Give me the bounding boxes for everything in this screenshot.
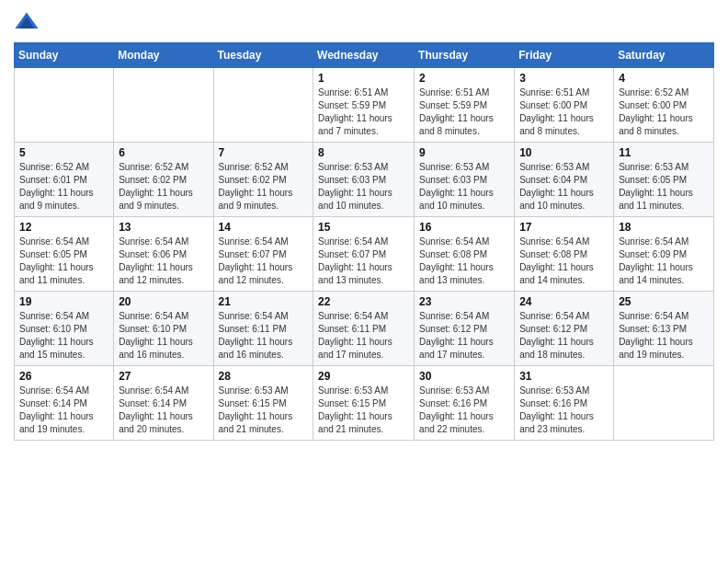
day-info: Sunrise: 6:52 AMSunset: 6:02 PMDaylight:… xyxy=(219,161,309,213)
day-info: Sunrise: 6:53 AMSunset: 6:15 PMDaylight:… xyxy=(219,385,309,436)
calendar-table: SundayMondayTuesdayWednesdayThursdayFrid… xyxy=(14,42,714,441)
day-info: Sunrise: 6:54 AMSunset: 6:11 PMDaylight:… xyxy=(318,310,409,362)
calendar-cell: 5Sunrise: 6:52 AMSunset: 6:01 PMDaylight… xyxy=(15,143,114,217)
day-info: Sunrise: 6:54 AMSunset: 6:10 PMDaylight:… xyxy=(119,310,208,362)
day-number: 15 xyxy=(318,221,409,234)
calendar-week-4: 19Sunrise: 6:54 AMSunset: 6:10 PMDayligh… xyxy=(15,292,714,366)
calendar-cell: 6Sunrise: 6:52 AMSunset: 6:02 PMDaylight… xyxy=(114,143,213,217)
day-header-thursday: Thursday xyxy=(415,43,515,68)
calendar-cell: 8Sunrise: 6:53 AMSunset: 6:03 PMDaylight… xyxy=(313,143,415,217)
day-number: 23 xyxy=(419,295,509,308)
day-info: Sunrise: 6:52 AMSunset: 6:02 PMDaylight:… xyxy=(119,161,208,213)
day-number: 24 xyxy=(519,295,609,308)
calendar-cell: 28Sunrise: 6:53 AMSunset: 6:15 PMDayligh… xyxy=(213,366,313,441)
calendar-cell xyxy=(114,68,213,143)
calendar-cell: 22Sunrise: 6:54 AMSunset: 6:11 PMDayligh… xyxy=(313,292,415,366)
day-number: 3 xyxy=(519,72,609,85)
day-number: 14 xyxy=(219,221,309,234)
calendar-cell: 16Sunrise: 6:54 AMSunset: 6:08 PMDayligh… xyxy=(415,217,515,292)
day-number: 29 xyxy=(318,370,409,383)
calendar-cell: 23Sunrise: 6:54 AMSunset: 6:12 PMDayligh… xyxy=(415,292,515,366)
day-info: Sunrise: 6:53 AMSunset: 6:03 PMDaylight:… xyxy=(318,161,409,213)
calendar-week-2: 5Sunrise: 6:52 AMSunset: 6:01 PMDaylight… xyxy=(15,143,714,217)
day-number: 25 xyxy=(619,295,709,308)
calendar-cell: 30Sunrise: 6:53 AMSunset: 6:16 PMDayligh… xyxy=(415,366,515,441)
day-header-monday: Monday xyxy=(114,43,213,68)
day-info: Sunrise: 6:54 AMSunset: 6:09 PMDaylight:… xyxy=(619,236,709,287)
day-info: Sunrise: 6:51 AMSunset: 5:59 PMDaylight:… xyxy=(419,86,509,138)
day-number: 30 xyxy=(419,370,509,383)
calendar-cell: 21Sunrise: 6:54 AMSunset: 6:11 PMDayligh… xyxy=(213,292,313,366)
calendar-week-1: 1Sunrise: 6:51 AMSunset: 5:59 PMDaylight… xyxy=(15,68,714,143)
calendar-cell: 18Sunrise: 6:54 AMSunset: 6:09 PMDayligh… xyxy=(614,217,714,292)
day-info: Sunrise: 6:54 AMSunset: 6:12 PMDaylight:… xyxy=(519,310,609,362)
day-info: Sunrise: 6:53 AMSunset: 6:15 PMDaylight:… xyxy=(318,385,409,436)
calendar-week-3: 12Sunrise: 6:54 AMSunset: 6:05 PMDayligh… xyxy=(15,217,714,292)
day-info: Sunrise: 6:51 AMSunset: 5:59 PMDaylight:… xyxy=(318,86,409,138)
day-info: Sunrise: 6:52 AMSunset: 6:01 PMDaylight:… xyxy=(19,161,108,213)
day-number: 20 xyxy=(119,295,208,308)
calendar-cell: 11Sunrise: 6:53 AMSunset: 6:05 PMDayligh… xyxy=(614,143,714,217)
calendar-cell: 14Sunrise: 6:54 AMSunset: 6:07 PMDayligh… xyxy=(213,217,313,292)
calendar-cell: 25Sunrise: 6:54 AMSunset: 6:13 PMDayligh… xyxy=(614,292,714,366)
page-header xyxy=(14,9,714,35)
day-number: 22 xyxy=(318,295,409,308)
day-number: 28 xyxy=(219,370,309,383)
calendar-cell: 9Sunrise: 6:53 AMSunset: 6:03 PMDaylight… xyxy=(415,143,515,217)
calendar-cell: 26Sunrise: 6:54 AMSunset: 6:14 PMDayligh… xyxy=(15,366,114,441)
day-info: Sunrise: 6:54 AMSunset: 6:08 PMDaylight:… xyxy=(419,236,509,287)
calendar-week-5: 26Sunrise: 6:54 AMSunset: 6:14 PMDayligh… xyxy=(15,366,714,441)
day-info: Sunrise: 6:54 AMSunset: 6:14 PMDaylight:… xyxy=(19,385,108,436)
day-info: Sunrise: 6:54 AMSunset: 6:11 PMDaylight:… xyxy=(219,310,309,362)
day-header-sunday: Sunday xyxy=(15,43,114,68)
calendar-cell: 24Sunrise: 6:54 AMSunset: 6:12 PMDayligh… xyxy=(515,292,614,366)
day-number: 17 xyxy=(519,221,609,234)
day-header-friday: Friday xyxy=(515,43,614,68)
calendar-cell: 1Sunrise: 6:51 AMSunset: 5:59 PMDaylight… xyxy=(313,68,415,143)
day-header-wednesday: Wednesday xyxy=(313,43,415,68)
day-number: 2 xyxy=(419,72,509,85)
calendar-cell: 2Sunrise: 6:51 AMSunset: 5:59 PMDaylight… xyxy=(415,68,515,143)
calendar-cell: 15Sunrise: 6:54 AMSunset: 6:07 PMDayligh… xyxy=(313,217,415,292)
day-info: Sunrise: 6:53 AMSunset: 6:16 PMDaylight:… xyxy=(519,385,609,436)
calendar-cell xyxy=(614,366,714,441)
calendar-cell: 20Sunrise: 6:54 AMSunset: 6:10 PMDayligh… xyxy=(114,292,213,366)
day-info: Sunrise: 6:51 AMSunset: 6:00 PMDaylight:… xyxy=(519,86,609,138)
day-info: Sunrise: 6:54 AMSunset: 6:08 PMDaylight:… xyxy=(519,236,609,287)
day-info: Sunrise: 6:54 AMSunset: 6:06 PMDaylight:… xyxy=(119,236,208,287)
calendar-cell: 3Sunrise: 6:51 AMSunset: 6:00 PMDaylight… xyxy=(515,68,614,143)
day-number: 19 xyxy=(19,295,108,308)
day-number: 16 xyxy=(419,221,509,234)
day-info: Sunrise: 6:54 AMSunset: 6:12 PMDaylight:… xyxy=(419,310,509,362)
day-info: Sunrise: 6:54 AMSunset: 6:10 PMDaylight:… xyxy=(19,310,108,362)
day-number: 18 xyxy=(619,221,709,234)
day-number: 10 xyxy=(519,146,609,159)
day-number: 31 xyxy=(519,370,609,383)
calendar-cell: 7Sunrise: 6:52 AMSunset: 6:02 PMDaylight… xyxy=(213,143,313,217)
day-number: 26 xyxy=(19,370,108,383)
day-number: 21 xyxy=(219,295,309,308)
day-number: 6 xyxy=(119,146,208,159)
day-number: 1 xyxy=(318,72,409,85)
calendar-cell: 10Sunrise: 6:53 AMSunset: 6:04 PMDayligh… xyxy=(515,143,614,217)
day-number: 12 xyxy=(19,221,108,234)
day-header-tuesday: Tuesday xyxy=(213,43,313,68)
day-number: 7 xyxy=(219,146,309,159)
day-number: 11 xyxy=(619,146,709,159)
calendar-cell: 19Sunrise: 6:54 AMSunset: 6:10 PMDayligh… xyxy=(15,292,114,366)
calendar-cell: 4Sunrise: 6:52 AMSunset: 6:00 PMDaylight… xyxy=(614,68,714,143)
calendar-cell: 12Sunrise: 6:54 AMSunset: 6:05 PMDayligh… xyxy=(15,217,114,292)
day-info: Sunrise: 6:54 AMSunset: 6:13 PMDaylight:… xyxy=(619,310,709,362)
calendar-header-row: SundayMondayTuesdayWednesdayThursdayFrid… xyxy=(15,43,714,68)
day-info: Sunrise: 6:53 AMSunset: 6:16 PMDaylight:… xyxy=(419,385,509,436)
calendar-cell: 27Sunrise: 6:54 AMSunset: 6:14 PMDayligh… xyxy=(114,366,213,441)
calendar-cell xyxy=(15,68,114,143)
day-info: Sunrise: 6:53 AMSunset: 6:04 PMDaylight:… xyxy=(519,161,609,213)
day-info: Sunrise: 6:53 AMSunset: 6:03 PMDaylight:… xyxy=(419,161,509,213)
calendar-cell: 31Sunrise: 6:53 AMSunset: 6:16 PMDayligh… xyxy=(515,366,614,441)
day-info: Sunrise: 6:54 AMSunset: 6:07 PMDaylight:… xyxy=(219,236,309,287)
day-info: Sunrise: 6:54 AMSunset: 6:07 PMDaylight:… xyxy=(318,236,409,287)
calendar-cell: 13Sunrise: 6:54 AMSunset: 6:06 PMDayligh… xyxy=(114,217,213,292)
day-info: Sunrise: 6:52 AMSunset: 6:00 PMDaylight:… xyxy=(619,86,709,138)
day-info: Sunrise: 6:54 AMSunset: 6:05 PMDaylight:… xyxy=(19,236,108,287)
